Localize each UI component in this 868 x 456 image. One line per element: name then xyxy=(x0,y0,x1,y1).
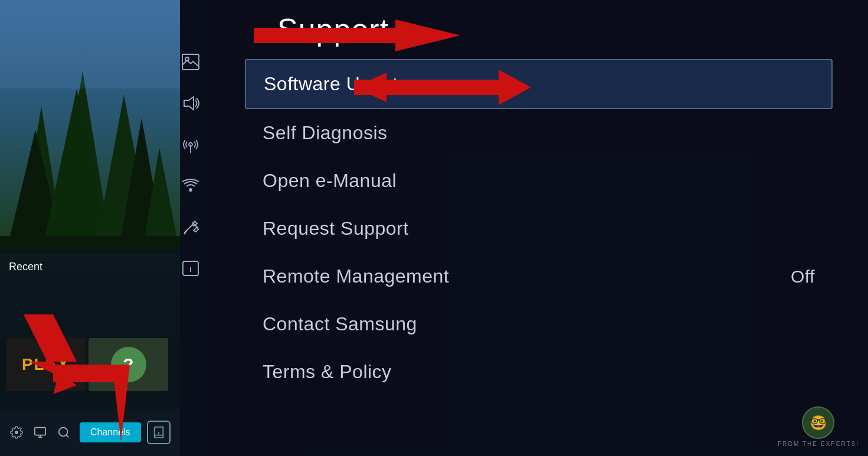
background-image xyxy=(0,0,180,254)
svg-line-25 xyxy=(184,231,186,234)
menu-item-label: Self Diagnosis xyxy=(263,122,388,144)
menu-item-software-update[interactable]: Software Update xyxy=(245,59,833,109)
menu-item-value: Off xyxy=(791,267,815,287)
menu-item-label: Open e-Manual xyxy=(263,170,397,192)
menu-item-self-diagnosis[interactable]: Self Diagnosis xyxy=(245,109,833,157)
svg-rect-9 xyxy=(0,0,180,88)
svg-rect-11 xyxy=(34,428,45,435)
menu-item-contact-samsung[interactable]: Contact Samsung xyxy=(245,300,833,348)
recent-label: Recent xyxy=(9,261,42,273)
sidebar-picture-icon[interactable] xyxy=(179,50,202,74)
menu-item-emanual[interactable]: Open e-Manual xyxy=(245,157,833,205)
settings-icon[interactable] xyxy=(6,422,27,443)
sidebar-broadcast-icon[interactable] xyxy=(179,133,202,156)
arrow-support-title xyxy=(254,12,460,59)
svg-marker-41 xyxy=(24,314,77,379)
menu-item-row: Request Support xyxy=(263,218,815,240)
sidebar-tools-icon[interactable] xyxy=(179,215,202,239)
svg-point-10 xyxy=(15,431,18,434)
svg-marker-20 xyxy=(184,97,194,110)
svg-rect-34 xyxy=(254,28,398,43)
menu-item-request-support[interactable]: Request Support xyxy=(245,205,833,252)
watermark: 🤓 FROM THE EXPERTS! xyxy=(778,406,859,447)
main-content: Support Software Update Self Diagnosis O… xyxy=(209,0,868,456)
menu-list: Software Update Self Diagnosis Open e-Ma… xyxy=(245,59,833,396)
arrow-software-update xyxy=(354,67,531,108)
svg-marker-37 xyxy=(354,73,386,102)
menu-item-row: Contact Samsung xyxy=(263,313,815,335)
menu-item-row: Remote Management Off xyxy=(263,265,815,287)
sidebar-network-icon[interactable] xyxy=(179,174,202,198)
menu-item-row: Terms & Policy xyxy=(263,361,815,383)
menu-item-label: Terms & Policy xyxy=(263,361,392,383)
watermark-text: FROM THE EXPERTS! xyxy=(778,441,859,447)
svg-marker-33 xyxy=(395,19,460,51)
tree-background xyxy=(0,0,180,254)
menu-item-row: Open e-Manual xyxy=(263,170,815,192)
arrow-plex xyxy=(12,314,89,379)
menu-item-label: Remote Management xyxy=(263,265,449,287)
menu-item-label: Contact Samsung xyxy=(263,313,417,335)
menu-item-row: Software Update xyxy=(264,73,814,95)
menu-item-row: Self Diagnosis xyxy=(263,122,815,144)
watermark-icon: 🤓 xyxy=(802,406,834,439)
svg-marker-35 xyxy=(499,70,531,105)
svg-point-23 xyxy=(189,189,192,191)
sidebar-sound-icon[interactable] xyxy=(179,91,202,115)
menu-item-terms-policy[interactable]: Terms & Policy xyxy=(245,348,833,396)
menu-item-label: Request Support xyxy=(263,218,409,240)
menu-item-remote-management[interactable]: Remote Management Off xyxy=(245,252,833,300)
source-icon[interactable] xyxy=(30,422,50,443)
sidebar-help-icon[interactable] xyxy=(179,257,202,280)
